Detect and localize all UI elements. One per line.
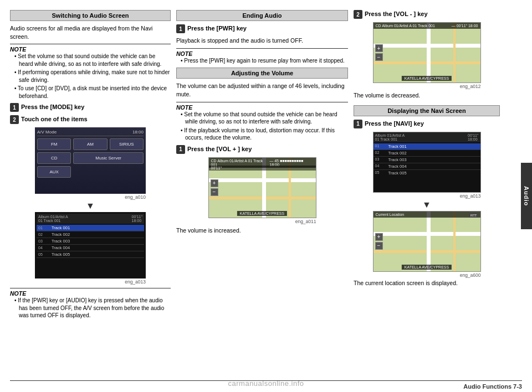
map-road-v4 <box>453 23 456 82</box>
navi-track-row-5[interactable]: 05 Track 005 <box>374 170 480 176</box>
map-zoom-out-2[interactable]: − <box>375 53 383 61</box>
navi-track-row-2[interactable]: 02 Track 002 <box>374 150 480 157</box>
mid-step-num-1: 1 <box>176 24 185 33</box>
mid-step-num-2: 1 <box>176 145 185 154</box>
navi-section-header: Displaying the Navi Screen <box>354 105 500 116</box>
navi-zoom-out[interactable]: − <box>375 242 383 250</box>
rtt-badge: RTT <box>469 213 479 218</box>
track-row-3[interactable]: 03 Track 003 <box>37 238 144 245</box>
av-time: 18:00 <box>132 130 144 135</box>
mid-note-label-2: NOTE <box>176 104 192 111</box>
track-row-2[interactable]: 02 Track 002 <box>37 231 144 238</box>
mid-step-1-text: Press the [PWR] key <box>187 24 247 33</box>
track-2-num: 02 <box>38 233 49 236</box>
navi-album-info: Album 01/Artist A 01 Track 001 <box>375 133 405 141</box>
fm-button[interactable]: FM <box>37 138 71 150</box>
navi-screen-1-wrap: Album 01/Artist A 01 Track 001 00'11" 18… <box>373 132 481 199</box>
right-step-2-text: Press the [NAVI] key <box>365 120 424 128</box>
navi-track-row-1[interactable]: 01 Track 001 <box>374 143 480 150</box>
av-mode-label: A/V Mode <box>37 130 57 135</box>
note-label-2: NOTE <box>10 290 26 297</box>
map-road-v3 <box>427 23 431 82</box>
vol-down-screen-wrap: CD Album 01/Artist A 01 Track 001 — 00'1… <box>373 22 481 89</box>
switching-body: Audio screens for all media are displaye… <box>10 24 171 40</box>
mid-note-item-2-2: • If the playback volume is too loud, di… <box>181 127 348 142</box>
vol-down-map-screen: CD Album 01/Artist A 01 Track 001 — 00'1… <box>373 22 481 83</box>
right-step-1-text: Press the [VOL - ] key <box>365 10 428 18</box>
music-server-button[interactable]: Music Server <box>73 152 144 164</box>
right-step-num-1: 2 <box>354 10 362 19</box>
watermark: carmanualsonline.info <box>228 379 304 388</box>
sirius-button[interactable]: SIRIUS <box>110 138 144 150</box>
map-zoom-out[interactable]: − <box>211 188 218 196</box>
navi-zoom-in[interactable]: + <box>375 233 383 241</box>
down-arrow-1: ▼ <box>10 201 171 211</box>
track-3-name: Track 003 <box>52 239 70 244</box>
track-topbar-left: Album 01/Artist A 01 Track 001 <box>38 215 68 223</box>
step-num-2: 2 <box>10 115 19 124</box>
track-screen-container: Album 01/Artist A 01 Track 001 00'11" 18… <box>35 212 146 285</box>
navi-track-4-name: Track 004 <box>388 164 407 169</box>
am-button[interactable]: AM <box>73 138 107 150</box>
track-list-screen: Album 01/Artist A 01 Track 001 00'11" 18… <box>35 212 146 278</box>
av-screen-container: A/V Mode 18:00 FM AM SIRIUS CD Music Ser… <box>35 127 146 200</box>
map-zoom-in-2[interactable]: + <box>375 44 383 52</box>
navi-track-list: 01 Track 001 02 Track 002 03 Track 003 <box>374 143 480 176</box>
mid-body-2: The volume can be adjusted within a rang… <box>176 82 348 98</box>
navi-time-info: 00'11" 18:00 <box>468 133 478 141</box>
mid-note-label-1: NOTE <box>176 50 192 57</box>
down-arrow-2: ▼ <box>354 200 500 210</box>
left-step-2-row: 2 Touch one of the items <box>10 115 171 124</box>
navi-screen-2-label: eng_a600 <box>373 272 481 278</box>
navi-track-3-num: 03 <box>375 157 386 162</box>
left-note-1: NOTE • Set the volume so that sound outs… <box>10 44 171 100</box>
right-step-1-row: 2 Press the [VOL - ] key <box>354 10 500 19</box>
mid-step-2-row: 1 Press the [VOL + ] key <box>176 145 348 154</box>
navi-track-top: 01 Track 001 <box>375 137 405 141</box>
mid-step-1-row: 1 Press the [PWR] key <box>176 24 348 33</box>
vol-down-album: CD Album 01/Artist A 01 Track 001 <box>376 24 435 28</box>
av-mode-screen: A/V Mode 18:00 FM AM SIRIUS CD Music Ser… <box>35 127 146 194</box>
map-controls-vol: + − <box>211 179 218 196</box>
navi-track-2-name: Track 002 <box>388 151 407 156</box>
col-left: Switching to Audio Screen Audio screens … <box>10 10 171 377</box>
adjusting-section-header: Adjusting the Volume <box>176 68 348 79</box>
main-content: Switching to Audio Screen Audio screens … <box>10 10 522 377</box>
navi-map-controls: + − <box>375 233 383 250</box>
navi-track-row-4[interactable]: 04 Track 004 <box>374 163 480 170</box>
track-topbar: Album 01/Artist A 01 Track 001 00'11" 18… <box>37 214 144 224</box>
right-step-num-2: 1 <box>354 120 362 128</box>
track-row-4[interactable]: 04 Track 004 <box>37 245 144 251</box>
track-5-num: 05 <box>38 252 49 256</box>
navi-map-road-v1 <box>427 212 431 271</box>
vol-decreased-text: The volume is decreased. <box>354 91 500 100</box>
step-2-text: Touch one of the items <box>21 115 88 123</box>
cd-button[interactable]: CD <box>37 152 71 164</box>
map-controls-vol2: + − <box>375 44 383 61</box>
map-zoom-in[interactable]: + <box>211 179 218 187</box>
track-list: 01 Track 001 02 Track 002 03 Track 003 <box>37 225 144 258</box>
vol-down-street-label: KATELLA AVE/CYPRESS <box>402 76 452 81</box>
navi-map-overlay: Current Location <box>374 212 480 218</box>
track-row-1[interactable]: 01 Track 001 <box>37 225 144 231</box>
navi-track-2-num: 02 <box>375 151 386 156</box>
track-5-name: Track 005 <box>52 252 70 257</box>
navi-track-topbar: Album 01/Artist A 01 Track 001 00'11" 18… <box>374 132 480 142</box>
audio-tab: Audio <box>521 163 532 229</box>
av-buttons: FM AM SIRIUS CD Music Server AUX <box>37 138 144 178</box>
left-step-1-row: 1 Press the [MODE] key <box>10 103 171 112</box>
ending-section-header: Ending Audio <box>176 10 348 21</box>
mid-note-2: NOTE • Set the volume so that sound outs… <box>176 102 348 142</box>
navi-clock: 18:00 <box>468 137 478 141</box>
note-item-1-3: • To use [CD] or [DVD], a disk must be i… <box>14 85 171 100</box>
track-row-5[interactable]: 05 Track 005 <box>37 251 144 258</box>
note-item-1-1: • Set the volume so that sound outside t… <box>14 53 171 68</box>
track-4-num: 04 <box>38 246 49 250</box>
navi-elapsed: 00'11" <box>468 133 478 137</box>
mid-note-1: NOTE • Press the [PWR] key again to resu… <box>176 48 348 65</box>
navi-screen-2-wrap: Current Location KATELLA AVE/CYPRESS + −… <box>373 211 481 278</box>
aux-button[interactable]: AUX <box>37 166 71 178</box>
navi-current-location-text: The current location screen is displayed… <box>354 279 500 287</box>
navi-track-row-3[interactable]: 03 Track 003 <box>374 157 480 163</box>
screen-label-1: eng_a010 <box>35 194 146 200</box>
